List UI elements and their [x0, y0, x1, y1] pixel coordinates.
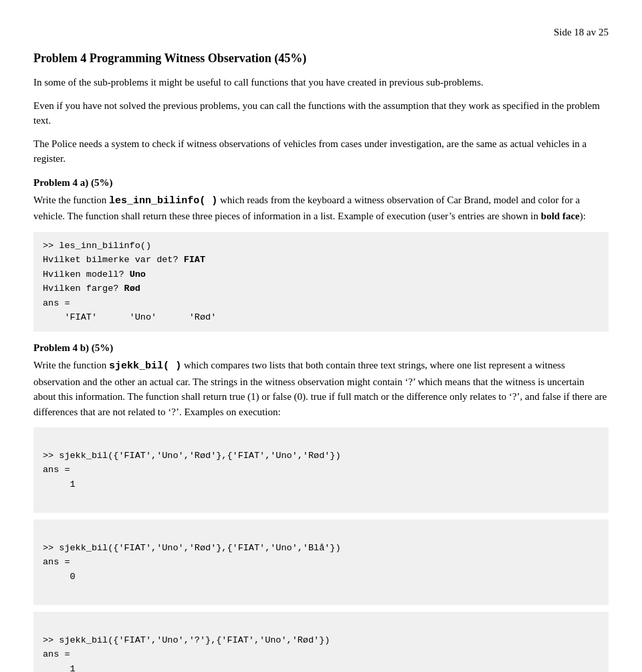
problem-4a-code: >> les_inn_bilinfo() Hvilket bilmerke va…	[33, 232, 609, 332]
problem-4b-code3: >> sjekk_bil({'FIAT','Uno','?'},{'FIAT',…	[33, 612, 609, 672]
intro-paragraph-1: In some of the sub-problems it might be …	[33, 75, 609, 90]
intro-paragraph-2: Even if you have not solved the previous…	[33, 98, 609, 128]
page-header: Side 18 av 25	[33, 27, 609, 38]
bold-face-label: bold face	[541, 211, 580, 221]
problem-4a-title: Problem 4 a) (5%)	[33, 177, 609, 189]
problem-4b-description: Write the function sjekk_bil( ) which co…	[33, 358, 609, 419]
problem-title: Problem 4 Programming Witness Observatio…	[33, 51, 609, 66]
func-les-inn: les_inn_bilinfo( )	[109, 195, 217, 207]
problem-4b-title: Problem 4 b) (5%)	[33, 342, 609, 354]
problem-4b-code2: >> sjekk_bil({'FIAT','Uno','Rød'},{'FIAT…	[33, 520, 609, 605]
problem-4a-description: Write the function les_inn_bilinfo( ) wh…	[33, 193, 609, 224]
problem-4b-section: Problem 4 b) (5%) Write the function sje…	[33, 342, 609, 672]
problem-4a-section: Problem 4 a) (5%) Write the function les…	[33, 177, 609, 332]
func-sjekk-bil: sjekk_bil( )	[109, 360, 181, 372]
problem-4b-code1: >> sjekk_bil({'FIAT','Uno','Rød'},{'FIAT…	[33, 427, 609, 513]
intro-paragraph-3: The Police needs a system to check if wi…	[33, 136, 609, 166]
